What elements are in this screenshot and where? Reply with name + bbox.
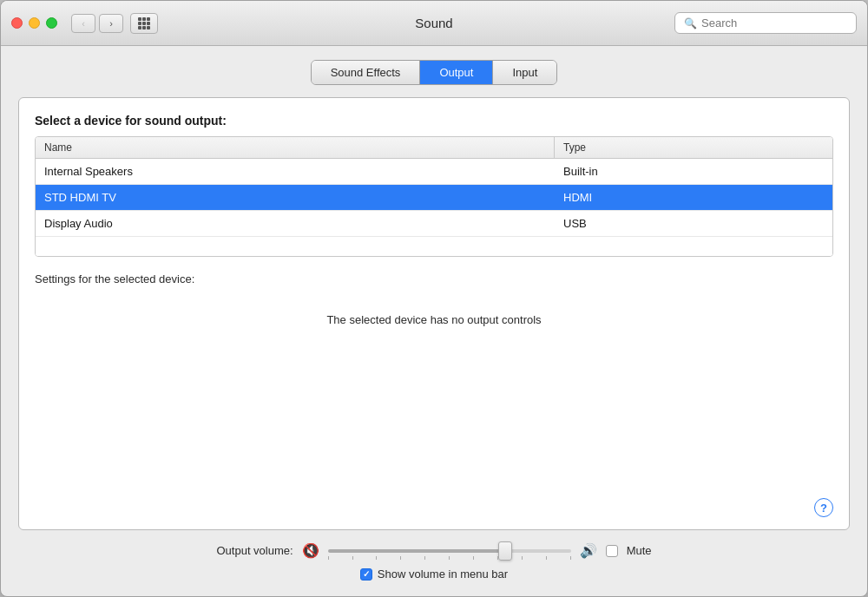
- minimize-button[interactable]: [29, 17, 40, 29]
- row-type: Built-in: [555, 159, 832, 184]
- show-volume-label: Show volume in menu bar: [378, 567, 508, 581]
- mute-label: Mute: [627, 544, 652, 557]
- row-name: Internal Speakers: [36, 159, 555, 184]
- tab-output[interactable]: Output: [420, 61, 493, 84]
- row-name: Display Audio: [36, 211, 555, 236]
- tick: [473, 556, 474, 560]
- device-table: Name Type Internal Speakers Built-in STD…: [35, 136, 833, 257]
- search-bar[interactable]: 🔍: [674, 12, 857, 34]
- row-type: HDMI: [555, 185, 832, 210]
- search-icon: 🔍: [684, 17, 697, 30]
- forward-button[interactable]: ›: [99, 14, 123, 33]
- window-title: Sound: [415, 16, 452, 30]
- tick: [546, 556, 547, 560]
- tick: [424, 556, 425, 560]
- tick: [497, 556, 498, 560]
- maximize-button[interactable]: [46, 17, 57, 29]
- nav-buttons: ‹ ›: [71, 14, 123, 33]
- tick: [400, 556, 401, 560]
- table-separator: [36, 237, 832, 256]
- tick: [522, 556, 523, 560]
- tab-group: Sound Effects Output Input: [311, 60, 558, 85]
- tick: [328, 556, 329, 560]
- volume-label: Output volume:: [216, 544, 293, 557]
- show-volume-row: Show volume in menu bar: [360, 567, 508, 581]
- content: Sound Effects Output Input Select a devi…: [1, 46, 867, 596]
- row-name: STD HDMI TV: [36, 185, 555, 210]
- tab-input[interactable]: Input: [493, 61, 556, 84]
- slider-ticks: [328, 556, 571, 560]
- tick: [570, 556, 571, 560]
- chevron-left-icon: ‹: [82, 18, 85, 29]
- table-row[interactable]: Display Audio USB: [36, 211, 832, 237]
- back-button[interactable]: ‹: [71, 14, 95, 33]
- tab-bar: Sound Effects Output Input: [18, 60, 850, 85]
- table-row[interactable]: STD HDMI TV HDMI: [36, 185, 832, 211]
- grid-icon: [138, 17, 150, 30]
- row-type: USB: [555, 211, 832, 236]
- titlebar: ‹ › Sound 🔍: [1, 1, 867, 46]
- volume-slider[interactable]: [328, 549, 571, 553]
- chevron-right-icon: ›: [109, 18, 113, 29]
- tick: [376, 556, 377, 560]
- search-input[interactable]: [701, 16, 847, 30]
- tick: [352, 556, 353, 560]
- volume-row: Output volume: 🔇: [216, 542, 651, 559]
- grid-view-button[interactable]: [130, 13, 158, 34]
- tab-sound-effects[interactable]: Sound Effects: [312, 61, 421, 84]
- table-row[interactable]: Internal Speakers Built-in: [36, 159, 832, 185]
- col-name-header: Name: [36, 137, 555, 158]
- mute-checkbox[interactable]: [606, 545, 618, 557]
- close-button[interactable]: [11, 17, 23, 29]
- window: ‹ › Sound 🔍 Sound Effects Output: [0, 0, 868, 597]
- settings-label: Settings for the selected device:: [35, 272, 833, 285]
- volume-high-icon: 🔊: [580, 542, 597, 559]
- bottom-bar: Output volume: 🔇: [18, 542, 850, 596]
- output-panel: Select a device for sound output: Name T…: [18, 97, 850, 530]
- tick: [449, 556, 450, 560]
- col-type-header: Type: [555, 137, 832, 158]
- volume-low-icon: 🔇: [302, 542, 319, 559]
- table-header: Name Type: [36, 137, 832, 159]
- no-controls-message: The selected device has no output contro…: [35, 313, 833, 326]
- help-button[interactable]: ?: [814, 498, 833, 517]
- show-volume-checkbox[interactable]: [360, 568, 372, 581]
- section-title: Select a device for sound output:: [35, 114, 833, 128]
- traffic-lights: [11, 17, 57, 29]
